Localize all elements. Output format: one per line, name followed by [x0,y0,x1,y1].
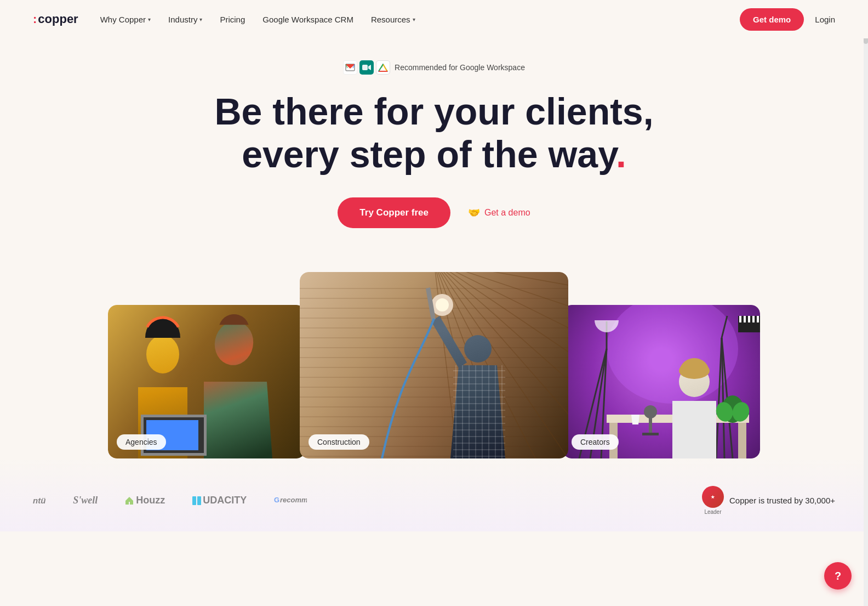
help-button[interactable]: ? [824,562,852,590]
brand-logo-ntu: ntü [33,496,45,505]
nav-item-resources[interactable]: Resources ▾ [371,15,415,24]
nav-item-pricing[interactable]: Pricing [220,15,245,24]
svg-text:recommended for: recommended for [280,496,307,504]
hero-section: Recommended for Google Workspace Be ther… [0,38,868,272]
nav-links: Why Copper ▾ Industry ▾ Pricing Google W… [100,15,415,24]
brand-logo-houzz: Houzz [125,495,165,506]
brand-logo-udacity: UDACITY [192,495,247,506]
chevron-down-icon: ▾ [413,16,415,22]
logo-text: copper [38,12,78,26]
brand-logo-swell: S'well [73,495,98,506]
google-badge: Recommended for Google Workspace [343,60,525,75]
image-card-agencies: Agencies [108,305,305,458]
nav-link-pricing[interactable]: Pricing [220,15,245,24]
navbar: : copper Why Copper ▾ Industry ▾ Pricing… [0,0,868,38]
login-button[interactable]: Login [815,15,835,24]
nav-link-workspace-crm[interactable]: Google Workspace CRM [262,15,353,24]
trusted-text: Copper is trusted by 30,000+ [729,496,835,505]
brand-logo-google: G recommended for [274,492,307,508]
google-badge-text: Recommended for Google Workspace [395,63,525,72]
leader-icon: ★ [702,486,724,508]
image-card-construction: Construction [300,272,568,458]
leader-badge: ★ Leader [702,486,724,515]
logo[interactable]: : copper [33,12,78,26]
image-label-construction: Construction [309,434,369,450]
nav-link-why-copper[interactable]: Why Copper ▾ [100,15,151,24]
logos-row: ntü S'well Houzz UDACITY G recommended f… [33,492,702,508]
construction-image [300,272,568,458]
houzz-icon [125,496,134,505]
navbar-right: Get demo Login [740,8,835,31]
udacity-icon [192,496,201,505]
drive-icon [376,60,390,75]
logo-dots: : [33,12,36,26]
google-icons [343,60,390,75]
leader-text: ★ [711,495,715,500]
trusted-badge: ★ Leader Copper is trusted by 30,000+ [702,486,835,515]
meet-icon [359,60,374,75]
hero-title-line2: every step of the way [242,133,616,175]
image-label-agencies: Agencies [117,434,166,450]
help-icon: ? [835,570,841,582]
leader-label: Leader [704,509,721,515]
get-a-demo-button[interactable]: 🤝 Get a demo [468,207,530,219]
hero-title-line1: Be there for your clients, [214,90,653,132]
image-label-creators: Creators [572,434,619,450]
svg-marker-3 [125,497,133,505]
chevron-down-icon: ▾ [148,16,151,22]
svg-rect-2 [362,65,368,70]
hero-title-accent: . [616,133,626,175]
bottom-section: ntü S'well Houzz UDACITY G recommended f… [0,458,868,531]
nav-item-why-copper[interactable]: Why Copper ▾ [100,15,151,24]
svg-rect-4 [192,496,196,505]
svg-rect-5 [197,496,201,505]
try-copper-free-button[interactable]: Try Copper free [338,197,450,228]
chevron-down-icon: ▾ [199,16,202,22]
nav-item-industry[interactable]: Industry ▾ [168,15,202,24]
gmail-icon [343,60,357,75]
hero-title: Be there for your clients, every step of… [214,90,653,175]
nav-link-resources[interactable]: Resources ▾ [371,15,415,24]
navbar-left: : copper Why Copper ▾ Industry ▾ Pricing… [33,12,415,26]
image-card-creators: Creators [563,305,760,458]
nav-link-industry[interactable]: Industry ▾ [168,15,202,24]
demo-icon: 🤝 [468,207,480,219]
get-demo-button[interactable]: Get demo [740,8,804,31]
hero-cta: Try Copper free 🤝 Get a demo [338,197,530,228]
nav-item-workspace-crm[interactable]: Google Workspace CRM [262,15,353,24]
svg-text:G: G [274,496,279,504]
image-section: Agencies Construction Creators [0,272,868,458]
